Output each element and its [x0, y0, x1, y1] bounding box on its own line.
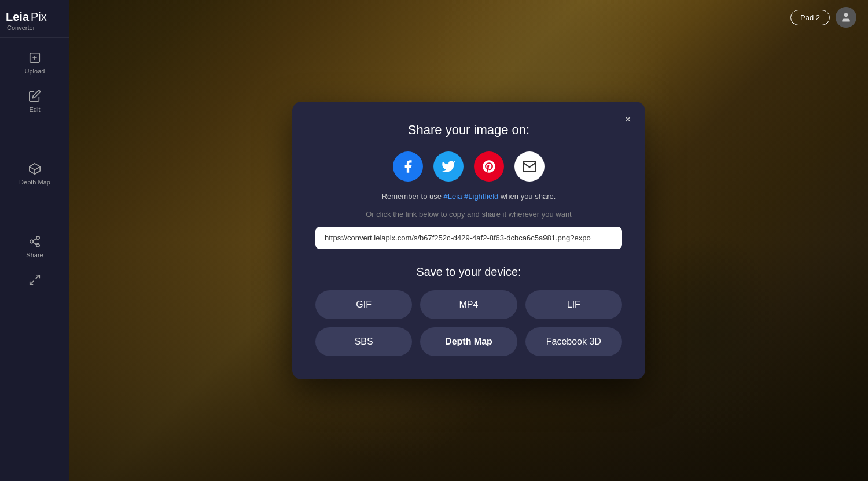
expand-icon — [28, 273, 41, 286]
share-icon — [28, 235, 41, 248]
download-lif-button[interactable]: LIF — [525, 290, 622, 319]
or-copy-text: Or click the link below to copy and shar… — [315, 210, 622, 219]
share-modal: × Share your image on: — [292, 102, 645, 379]
sidebar-item-upload[interactable]: Upload — [0, 43, 69, 82]
sidebar-item-label: Depth Map — [19, 179, 50, 186]
svg-line-8 — [33, 242, 36, 245]
depth-map-icon — [28, 162, 41, 175]
sidebar-nav: Upload Edit Depth Map — [0, 38, 69, 305]
sidebar-item-depth-map[interactable]: Depth Map — [0, 154, 69, 193]
logo-converter: Converter — [6, 24, 64, 31]
email-share-button[interactable] — [514, 151, 545, 182]
facebook-share-button[interactable] — [393, 151, 423, 182]
hashtag-leia: #Leia — [444, 192, 462, 201]
download-mp4-button[interactable]: MP4 — [420, 290, 517, 319]
sidebar-item-share[interactable]: Share — [0, 227, 69, 265]
sidebar-item-edit[interactable]: Edit — [0, 82, 69, 120]
svg-point-5 — [36, 236, 40, 240]
main-content: Pad 2 × Share your image on: — [69, 0, 868, 481]
save-title: Save to your device: — [315, 265, 622, 279]
hashtag-reminder: Remember to use #Leia #Lightfield when y… — [315, 192, 622, 201]
sidebar-item-label: Edit — [30, 106, 41, 113]
modal-overlay: × Share your image on: — [69, 0, 868, 481]
hashtag-lightfield: #Lightfield — [464, 192, 498, 201]
logo-area: Leia Pix Converter — [0, 0, 69, 38]
svg-point-7 — [36, 244, 40, 247]
download-buttons-grid: GIF MP4 LIF SBS Depth Map Facebook 3D — [315, 290, 622, 356]
logo-leia: Leia — [6, 10, 29, 24]
plus-square-icon — [28, 51, 41, 64]
share-url-input[interactable] — [315, 227, 622, 249]
logo-pix: Pix — [31, 10, 47, 24]
download-facebook3d-button[interactable]: Facebook 3D — [525, 327, 622, 356]
sidebar-item-expand[interactable] — [0, 265, 69, 293]
pinterest-icon — [481, 159, 496, 174]
sidebar-item-label: Upload — [25, 68, 45, 75]
modal-close-button[interactable]: × — [622, 111, 634, 127]
edit-icon — [28, 90, 41, 102]
download-depth-map-button[interactable]: Depth Map — [420, 327, 517, 356]
pinterest-share-button[interactable] — [474, 151, 504, 182]
twitter-share-button[interactable] — [433, 151, 464, 182]
svg-line-9 — [33, 239, 36, 241]
twitter-icon — [441, 159, 456, 174]
svg-line-11 — [30, 281, 34, 284]
svg-point-6 — [30, 240, 34, 243]
email-icon — [522, 159, 537, 174]
sidebar-item-label: Share — [26, 251, 43, 258]
download-sbs-button[interactable]: SBS — [315, 327, 412, 356]
svg-line-10 — [36, 275, 39, 279]
social-icons — [315, 151, 622, 182]
download-gif-button[interactable]: GIF — [315, 290, 412, 319]
modal-title: Share your image on: — [315, 123, 622, 138]
sidebar: Leia Pix Converter Upload Edit — [0, 0, 69, 481]
facebook-icon — [400, 159, 415, 174]
